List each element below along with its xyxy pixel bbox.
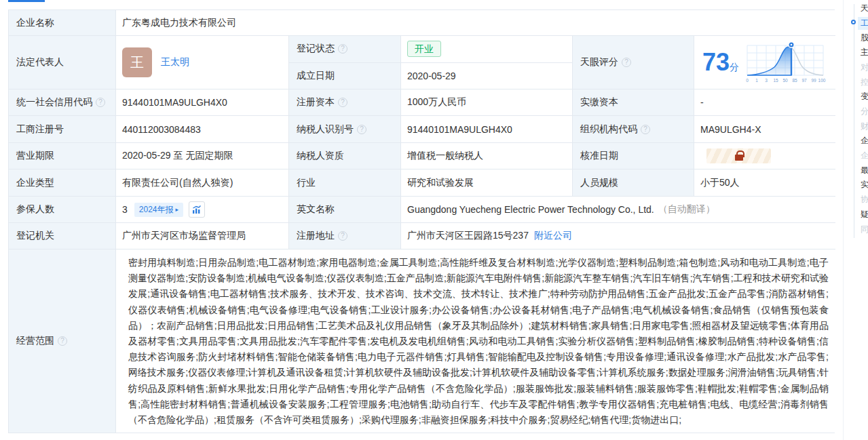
establish-date-value: 2020-05-29 [407,71,456,81]
sidebar-item[interactable]: 最终受益人 [858,164,868,177]
help-icon[interactable]: ? [641,125,650,134]
sidebar-item[interactable]: 疑似关系 [858,208,868,221]
help-icon[interactable]: ? [338,231,347,241]
lock-icon [735,155,743,161]
sidebar-item[interactable]: 协同股东 [858,193,868,206]
paid-capital-value-cell: - [694,89,835,116]
sidebar-item[interactable]: 主要人员 [858,46,868,59]
reg-capital-value-cell: 1000万人民币 [401,89,573,116]
company-type-value: 有限责任公司(自然人独资) [122,177,233,189]
approval-date-label-cell: 核准日期 [573,143,694,169]
sidebar-item[interactable]: 实际控制人 [858,178,868,191]
staff-size-value-cell: 小于50人 [694,169,835,197]
business-scope-label-cell: 经营范围 ? [9,249,116,433]
credit-code-value: 91440101MA9ULGH4X0 [122,97,227,108]
taxpayer-quality-label-cell: 纳税人资质 [289,143,401,169]
sidebar-item[interactable]: 同行分析 [858,223,868,236]
insured-trend-button[interactable] [189,201,205,218]
company-profile-page: 企业名称 广东粤成电力技术有限公司 法定代表人 王 王太明 登记状态 ? 开业 … [0,0,868,440]
business-term-label-cell: 营业期限 [9,143,116,169]
credit-code-label-cell: 统一社会信用代码 ? [9,89,116,116]
sidebar-item[interactable]: 财务数据 [858,120,868,133]
establish-date-value-cell: 2020-05-29 [401,63,573,90]
svg-text:100: 100 [818,78,826,83]
reg-address-value: 广州市天河区王园路15号237 [407,230,529,242]
sidebar-rail [854,4,854,238]
insured-count-value-cell: 3 2024年报 ▸ [116,197,289,223]
org-code-label-cell: 组织机构代码 ? [573,116,694,143]
sidebar-item[interactable]: 控股企业 [858,76,868,89]
reg-authority-value-cell: 广州市天河区市场监督管理局 [116,223,289,249]
reg-authority-label-cell: 登记机关 [9,223,116,249]
help-icon[interactable]: ? [96,98,105,107]
sidebar-item[interactable]: 企业年报 [858,134,868,147]
legal-rep-avatar[interactable]: 王 [122,47,152,77]
annual-report-badge[interactable]: 2024年报 ▸ [134,203,183,217]
score-curve-filled [747,47,791,75]
company-name-value: 广东粤成电力技术有限公司 [122,17,236,29]
company-name-value-cell: 广东粤成电力技术有限公司 [116,10,835,36]
active-tab-indicator [8,0,45,2]
establish-date-label-cell: 成立日期 [289,63,401,90]
establish-date-label: 成立日期 [297,70,335,82]
score-curve-tail [791,47,823,75]
english-name-label-cell: 英文名称 [289,197,401,223]
legal-rep-label: 法定代表人 [16,56,64,68]
insured-count-label: 参保人数 [16,203,54,216]
trend-chart-icon [192,205,202,214]
score-unit: 分 [730,62,739,73]
sidebar-item[interactable]: 工商信息 [858,17,868,30]
help-icon[interactable]: ? [338,98,347,107]
approval-date-label: 核准日期 [580,150,618,162]
english-name-label: 英文名称 [297,203,335,216]
sidebar-item[interactable]: 对外投资 [858,61,868,74]
business-term-label: 营业期限 [16,150,54,162]
help-icon[interactable]: ? [357,125,366,134]
score-label: 天眼评分 [580,56,618,68]
reg-status-label-cell: 登记状态 ? [289,36,401,63]
reg-capital-label-cell: 注册资本 ? [289,89,401,116]
svg-text:99: 99 [811,78,816,83]
legal-rep-name-link[interactable]: 王太明 [161,56,189,68]
company-type-value-cell: 有限责任公司(自然人独资) [116,169,289,197]
score-value-cell[interactable]: 73分 [694,36,835,89]
industry-label-cell: 行业 [289,169,401,197]
reg-number-value-cell: 440112003084483 [116,116,289,143]
sidebar-item[interactable]: 企业关系 [858,149,868,162]
sidebar-item[interactable]: 股东信息 [858,31,868,44]
svg-text:3: 3 [765,78,768,83]
business-info-table: 企业名称 广东粤成电力技术有限公司 法定代表人 王 王太明 登记状态 ? 开业 … [8,9,835,433]
reg-number-value: 440112003084483 [122,124,201,135]
locked-value-badge[interactable] [706,148,771,163]
annual-report-label: 2024年报 [139,204,174,216]
score-number: 73 [702,48,730,76]
company-name-label-cell: 企业名称 [9,10,116,36]
chevron-right-icon: ▸ [176,206,179,213]
reg-authority-label: 登记机关 [16,230,54,242]
reg-address-value-cell: 广州市天河区王园路15号237 附近公司 [401,223,835,249]
reg-number-label: 工商注册号 [16,123,64,136]
english-name-value: Guangdong Yuecheng Electric Power Techno… [407,204,654,215]
staff-size-value: 小于50人 [700,177,740,189]
sidebar-item[interactable]: 变更记录 [858,90,868,103]
business-scope-value-cell: 密封用填料制造;日用杂品制造;电工器材制造;家用电器制造;金属工具制造;高性能纤… [116,249,835,433]
help-icon[interactable]: ? [338,44,347,54]
anchor-sidebar: 天眼风险工商信息股东信息主要人员对外投资控股企业变更记录分支机构财务数据企业年报… [843,0,868,440]
sidebar-active-dot [851,20,856,24]
industry-value: 研究和试验发展 [407,177,474,189]
credit-code-value-cell: 91440101MA9ULGH4X0 [116,89,289,116]
help-icon[interactable]: ? [58,336,67,346]
org-code-value: MA9ULGH4-X [700,124,761,135]
nearby-companies-link[interactable]: 附近公司 [534,230,572,242]
help-icon[interactable]: ? [622,58,631,67]
svg-text:50: 50 [782,78,788,83]
reg-capital-label: 注册资本 [297,96,335,108]
reg-status-value-cell: 开业 [401,36,573,63]
company-type-label: 企业类型 [16,177,54,189]
business-scope-label: 经营范围 [16,335,54,347]
industry-value-cell: 研究和试验发展 [401,169,573,197]
sidebar-item[interactable]: 分支机构 [858,105,868,118]
reg-address-label: 注册地址 [297,230,335,242]
english-name-value-cell: Guangdong Yuecheng Electric Power Techno… [401,197,835,223]
sidebar-item[interactable]: 天眼风险 [858,2,868,15]
